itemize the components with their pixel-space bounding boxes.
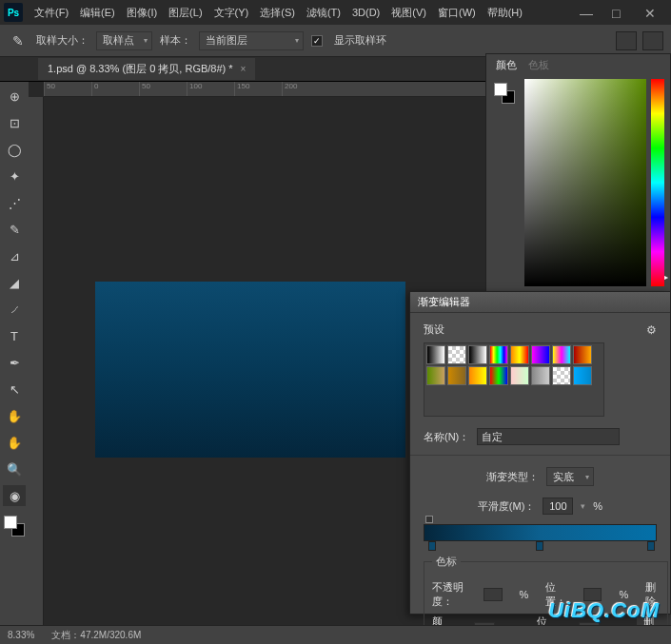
- color-swatch[interactable]: [4, 516, 25, 537]
- preset-swatch-11[interactable]: [489, 366, 508, 385]
- opacity-stop[interactable]: [425, 516, 433, 523]
- presets-label: 预设: [424, 322, 444, 337]
- type-dropdown[interactable]: 实底: [546, 467, 594, 486]
- tab-swatches[interactable]: 色板: [528, 58, 549, 72]
- preset-swatch-15[interactable]: [573, 366, 592, 385]
- tool-eyedropper[interactable]: ◉: [3, 485, 26, 506]
- minimize-button[interactable]: —: [580, 6, 593, 19]
- gradient-track[interactable]: [424, 524, 657, 541]
- tab-color[interactable]: 颜色: [496, 58, 517, 72]
- tool-wand[interactable]: ✦: [3, 166, 26, 186]
- menu-3d[interactable]: 3D(D): [346, 3, 385, 22]
- hue-slider[interactable]: [651, 79, 664, 286]
- watermark: UiBQ.CoM: [548, 598, 660, 623]
- tool-stamp[interactable]: ⊿: [3, 245, 26, 266]
- tool-zoom[interactable]: 🔍: [3, 459, 26, 479]
- tool-pen[interactable]: ⟋: [3, 299, 26, 320]
- pct-label: %: [593, 500, 602, 512]
- gradient-bar[interactable]: [424, 524, 657, 541]
- menu-help[interactable]: 帮助(H): [482, 2, 528, 24]
- ring-checkbox[interactable]: ✓: [311, 35, 323, 47]
- tool-marquee[interactable]: ⊡: [3, 112, 26, 133]
- smooth-label: 平滑度(M)：: [478, 499, 536, 514]
- sample-size-dropdown[interactable]: 取样点: [96, 31, 152, 50]
- menu-filter[interactable]: 滤镜(T): [301, 2, 346, 24]
- stops-label: 色标: [432, 555, 461, 569]
- sample-size-label: 取样大小：: [36, 33, 89, 48]
- tool-crop[interactable]: ⋰: [3, 192, 26, 213]
- type-label: 渐变类型：: [486, 470, 539, 484]
- maximize-button[interactable]: □: [612, 6, 625, 19]
- status-bar: 8.33% 文档：47.2M/320.6M: [0, 625, 671, 644]
- preset-swatch-13[interactable]: [531, 366, 550, 385]
- preset-swatch-3[interactable]: [489, 345, 508, 364]
- color-spectrum[interactable]: [524, 79, 646, 286]
- document-tab[interactable]: 1.psd @ 8.33% (图层 0 拷贝, RGB/8#) * ×: [38, 58, 255, 80]
- preset-swatch-9[interactable]: [447, 366, 466, 385]
- preset-grid: [424, 342, 604, 417]
- window-buttons: — □ ✕: [580, 6, 667, 19]
- document-tab-label: 1.psd @ 8.33% (图层 0 拷贝, RGB/8#) *: [48, 62, 233, 76]
- preset-swatch-8[interactable]: [426, 366, 445, 385]
- close-icon[interactable]: ×: [241, 64, 247, 74]
- ring-label: 显示取样环: [334, 33, 386, 48]
- gradient-editor-dialog: 渐变编辑器 预设 ⚙ 名称(N)： 渐变类型： 实底 平滑度(M)： ▾ %: [409, 291, 671, 615]
- tools-panel: ⊕ ⊡ ◯ ✦ ⋰ ✎ ⊿ ◢ ⟋ T ✒ ↖ ✋ ✋ 🔍 ◉: [0, 82, 29, 625]
- menu-view[interactable]: 视图(V): [385, 2, 432, 24]
- smooth-input[interactable]: [543, 498, 573, 515]
- document-canvas[interactable]: [95, 282, 405, 458]
- preset-swatch-2[interactable]: [468, 345, 487, 364]
- tool-move[interactable]: ⊕: [3, 86, 26, 107]
- panel-swatch[interactable]: [494, 83, 515, 104]
- tool-lasso[interactable]: ◯: [3, 139, 26, 160]
- tool-brush[interactable]: ✎: [3, 219, 26, 240]
- doc-info: 文档：47.2M/320.6M: [51, 629, 141, 642]
- dialog-title[interactable]: 渐变编辑器: [410, 292, 670, 313]
- opacity-input[interactable]: [484, 588, 502, 601]
- hue-marker: ▸: [664, 273, 668, 282]
- color-panel: 颜色 色板 ▸: [485, 53, 671, 297]
- color-stop-3[interactable]: [647, 541, 655, 551]
- menu-edit[interactable]: 编辑(E): [74, 2, 121, 24]
- menu-bar: Ps 文件(F) 编辑(E) 图像(I) 图层(L) 文字(Y) 选择(S) 滤…: [0, 0, 671, 25]
- tool-direct[interactable]: ↖: [3, 379, 26, 400]
- menu-layer[interactable]: 图层(L): [163, 2, 207, 24]
- ps-logo: Ps: [4, 3, 23, 22]
- tool-type[interactable]: T: [3, 325, 26, 346]
- tool-path[interactable]: ✒: [3, 352, 26, 373]
- color-stop-1[interactable]: [428, 541, 436, 551]
- preset-swatch-12[interactable]: [510, 366, 529, 385]
- menu-image[interactable]: 图像(I): [121, 2, 163, 24]
- preset-swatch-7[interactable]: [573, 345, 592, 364]
- optbar-btn-1[interactable]: [616, 31, 637, 50]
- menu-window[interactable]: 窗口(W): [432, 2, 482, 24]
- sample-layer-dropdown[interactable]: 当前图层: [199, 31, 304, 50]
- tool-rotate[interactable]: ✋: [3, 432, 26, 453]
- color-stop-2[interactable]: [536, 541, 543, 551]
- sample-label: 样本：: [160, 33, 191, 48]
- menu-file[interactable]: 文件(F): [29, 2, 74, 24]
- preset-swatch-1[interactable]: [447, 345, 466, 364]
- foreground-color[interactable]: [4, 516, 17, 529]
- ruler-vertical: [29, 97, 44, 625]
- options-bar: ✎ 取样大小： 取样点 样本： 当前图层 ✓ 显示取样环: [0, 25, 671, 57]
- tool-hand[interactable]: ✋: [3, 405, 26, 426]
- menu-type[interactable]: 文字(Y): [208, 2, 255, 24]
- preset-swatch-10[interactable]: [468, 366, 487, 385]
- preset-swatch-14[interactable]: [552, 366, 571, 385]
- preset-swatch-0[interactable]: [426, 345, 445, 364]
- preset-swatch-4[interactable]: [510, 345, 529, 364]
- preset-swatch-6[interactable]: [552, 345, 571, 364]
- opacity-label: 不透明度：: [432, 580, 466, 609]
- zoom-level[interactable]: 8.33%: [8, 630, 34, 640]
- close-button[interactable]: ✕: [644, 6, 658, 19]
- menu-select[interactable]: 选择(S): [254, 2, 301, 24]
- gear-icon[interactable]: ⚙: [646, 323, 657, 337]
- preset-swatch-5[interactable]: [531, 345, 550, 364]
- tool-gradient[interactable]: ◢: [3, 272, 26, 293]
- eyedropper-icon: ✎: [8, 30, 29, 51]
- name-label: 名称(N)：: [424, 430, 469, 444]
- name-input[interactable]: [477, 428, 620, 445]
- optbar-btn-2[interactable]: [642, 31, 663, 50]
